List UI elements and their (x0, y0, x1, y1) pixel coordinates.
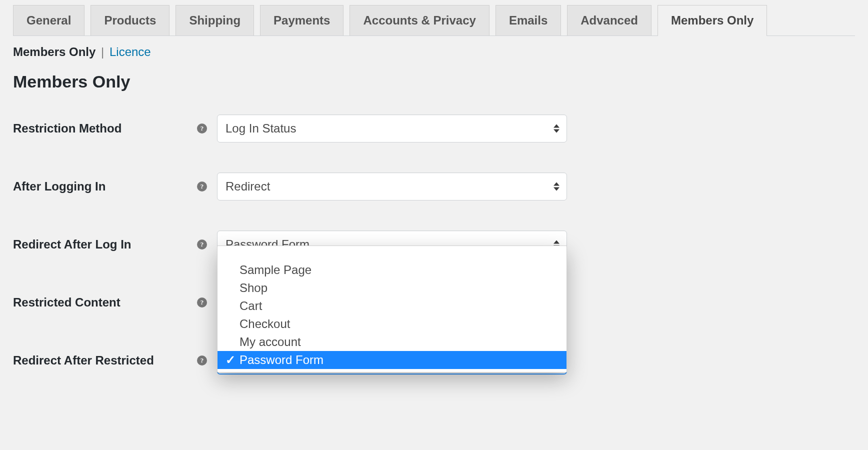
row-redirect-after-log-in: Redirect After Log In ? Password Form Sa… (13, 230, 855, 258)
label-restricted-content: Restricted Content (13, 296, 197, 310)
select-value: Redirect (226, 180, 270, 194)
tab-members-only[interactable]: Members Only (658, 5, 767, 36)
select-after-logging-in[interactable]: Redirect (217, 172, 567, 200)
label-restriction-method: Restriction Method (13, 122, 197, 136)
label-redirect-after-restricted: Redirect After Restricted (13, 354, 197, 368)
tab-payments[interactable]: Payments (260, 5, 344, 36)
row-after-logging-in: After Logging In ? Redirect (13, 172, 855, 200)
dropdown-option-cart[interactable]: Cart (218, 297, 566, 315)
tab-emails[interactable]: Emails (496, 5, 561, 36)
tab-general[interactable]: General (13, 5, 84, 36)
select-restriction-method[interactable]: Log In Status (217, 114, 567, 142)
help-icon[interactable]: ? (197, 124, 207, 134)
subsection-licence-link[interactable]: Licence (110, 45, 151, 58)
label-redirect-after-log-in: Redirect After Log In (13, 238, 197, 252)
dropdown-option-password-form[interactable]: ✓ Password Form (218, 351, 566, 369)
help-icon[interactable]: ? (197, 356, 207, 366)
checkmark-icon: ✓ (226, 353, 236, 367)
settings-tabs: General Products Shipping Payments Accou… (13, 5, 855, 36)
tab-products[interactable]: Products (90, 5, 170, 36)
tab-advanced[interactable]: Advanced (567, 5, 652, 36)
select-arrows-icon (554, 182, 560, 191)
label-after-logging-in: After Logging In (13, 180, 197, 194)
subsection-nav: Members Only | Licence (13, 45, 855, 59)
tab-shipping[interactable]: Shipping (176, 5, 254, 36)
select-arrows-icon (554, 124, 560, 133)
dropdown-option-shop[interactable]: Shop (218, 279, 566, 297)
dropdown-option-sample-page[interactable]: Sample Page (218, 261, 566, 279)
dropdown-panel: Sample Page Shop Cart Checkout My accoun… (217, 246, 567, 372)
help-icon[interactable]: ? (197, 240, 207, 250)
dropdown-option-my-account[interactable]: My account (218, 333, 566, 351)
subsection-current: Members Only (13, 45, 96, 58)
select-value: Log In Status (226, 122, 296, 136)
settings-form: Restriction Method ? Log In Status After… (13, 114, 855, 374)
help-icon[interactable]: ? (197, 298, 207, 308)
page-title: Members Only (13, 72, 855, 92)
tab-accounts-privacy[interactable]: Accounts & Privacy (350, 5, 489, 36)
dropdown-option-checkout[interactable]: Checkout (218, 315, 566, 333)
dropdown-option-label: Password Form (240, 353, 324, 366)
row-restriction-method: Restriction Method ? Log In Status (13, 114, 855, 142)
settings-page: General Products Shipping Payments Accou… (0, 0, 868, 434)
help-icon[interactable]: ? (197, 182, 207, 192)
subsection-separator: | (101, 45, 104, 58)
